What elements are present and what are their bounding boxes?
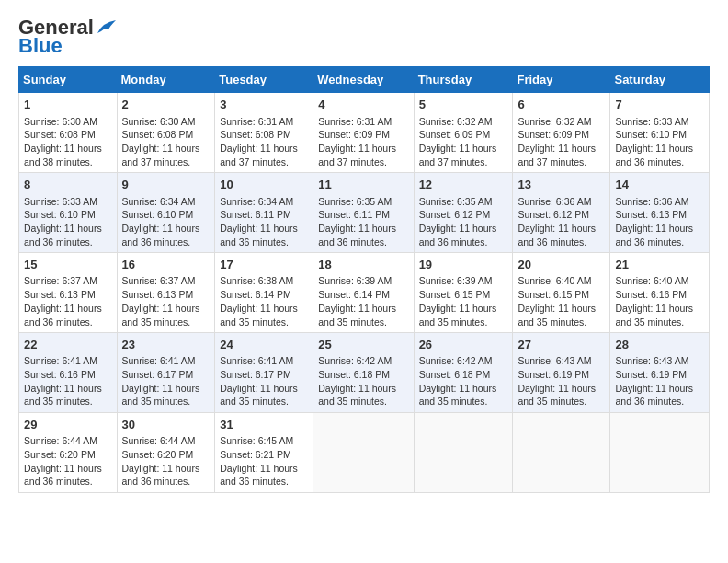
day-info-line: Sunset: 6:08 PM <box>220 128 308 142</box>
day-info-line: Daylight: 11 hours <box>24 142 112 155</box>
day-info-line: Sunset: 6:10 PM <box>615 128 704 142</box>
day-info-line: Sunrise: 6:34 AM <box>220 195 308 209</box>
day-info-line: and 36 minutes. <box>220 475 308 488</box>
day-info-line: and 36 minutes. <box>122 475 210 488</box>
logo: General Blue <box>18 17 116 57</box>
day-info-line: Daylight: 11 hours <box>122 142 210 155</box>
calendar-cell: 8Sunrise: 6:33 AMSunset: 6:10 PMDaylight… <box>19 173 118 253</box>
day-info-line: Sunset: 6:16 PM <box>24 368 112 382</box>
day-info-line: Daylight: 11 hours <box>419 382 508 396</box>
day-number: 6 <box>518 97 605 113</box>
day-info-line: Sunset: 6:19 PM <box>615 368 704 382</box>
col-header-monday: Monday <box>117 67 215 93</box>
calendar-week-row: 8Sunrise: 6:33 AMSunset: 6:10 PMDaylight… <box>19 173 710 253</box>
day-number: 25 <box>318 337 408 353</box>
day-number: 20 <box>518 257 605 273</box>
day-number: 15 <box>24 257 112 273</box>
day-number: 31 <box>220 417 308 433</box>
day-info-line: Sunset: 6:12 PM <box>419 208 508 222</box>
col-header-tuesday: Tuesday <box>215 67 313 93</box>
day-number: 16 <box>122 257 210 273</box>
day-info-line: Daylight: 11 hours <box>122 222 210 236</box>
day-number: 7 <box>615 97 704 113</box>
calendar-cell <box>610 413 710 493</box>
day-info-line: and 35 minutes. <box>122 395 210 408</box>
day-info-line: Sunset: 6:18 PM <box>419 368 508 382</box>
day-info-line: Daylight: 11 hours <box>220 462 308 476</box>
day-info-line: Daylight: 11 hours <box>318 382 408 396</box>
day-info-line: Daylight: 11 hours <box>419 222 508 236</box>
calendar-cell: 21Sunrise: 6:40 AMSunset: 6:16 PMDayligh… <box>610 253 710 333</box>
day-number: 5 <box>419 97 508 113</box>
day-number: 28 <box>615 337 704 353</box>
day-info-line: Sunset: 6:11 PM <box>220 208 308 222</box>
day-info-line: Sunrise: 6:37 AM <box>24 274 112 288</box>
day-info-line: Sunrise: 6:31 AM <box>318 115 408 129</box>
day-info-line: and 35 minutes. <box>419 395 508 408</box>
day-info-line: and 35 minutes. <box>615 316 704 329</box>
calendar-cell: 27Sunrise: 6:43 AMSunset: 6:19 PMDayligh… <box>513 333 610 413</box>
day-number: 27 <box>518 337 605 353</box>
day-info-line: Daylight: 11 hours <box>318 302 408 316</box>
day-info-line: Sunset: 6:09 PM <box>518 128 605 142</box>
day-info-line: and 37 minutes. <box>518 155 605 169</box>
calendar-cell: 17Sunrise: 6:38 AMSunset: 6:14 PMDayligh… <box>215 253 313 333</box>
calendar-cell: 15Sunrise: 6:37 AMSunset: 6:13 PMDayligh… <box>19 253 118 333</box>
day-number: 23 <box>122 337 210 353</box>
day-info-line: Sunrise: 6:41 AM <box>122 354 210 368</box>
day-info-line: Sunset: 6:08 PM <box>122 128 210 142</box>
calendar-cell: 30Sunrise: 6:44 AMSunset: 6:20 PMDayligh… <box>117 413 215 493</box>
day-info-line: Daylight: 11 hours <box>518 222 605 236</box>
day-info-line: and 38 minutes. <box>24 155 112 169</box>
day-info-line: Daylight: 11 hours <box>220 302 308 316</box>
day-info-line: and 36 minutes. <box>518 236 605 249</box>
day-info-line: and 37 minutes. <box>122 155 210 169</box>
day-info-line: Sunrise: 6:44 AM <box>24 434 112 448</box>
day-info-line: Sunrise: 6:42 AM <box>318 354 408 368</box>
calendar-cell: 2Sunrise: 6:30 AMSunset: 6:08 PMDaylight… <box>117 93 215 173</box>
calendar-cell: 13Sunrise: 6:36 AMSunset: 6:12 PMDayligh… <box>513 173 610 253</box>
day-number: 14 <box>615 177 704 193</box>
day-info-line: Sunset: 6:20 PM <box>122 448 210 462</box>
day-info-line: Sunset: 6:10 PM <box>24 208 112 222</box>
day-info-line: Sunset: 6:11 PM <box>318 208 408 222</box>
day-number: 21 <box>615 257 704 273</box>
logo-blue: Blue <box>18 35 63 57</box>
calendar-cell: 16Sunrise: 6:37 AMSunset: 6:13 PMDayligh… <box>117 253 215 333</box>
day-info-line: Sunset: 6:09 PM <box>419 128 508 142</box>
day-number: 12 <box>419 177 508 193</box>
day-number: 26 <box>419 337 508 353</box>
day-number: 11 <box>318 177 408 193</box>
day-info-line: Sunrise: 6:32 AM <box>518 115 605 129</box>
day-info-line: Daylight: 11 hours <box>419 302 508 316</box>
calendar-cell: 18Sunrise: 6:39 AMSunset: 6:14 PMDayligh… <box>313 253 414 333</box>
day-info-line: Sunrise: 6:44 AM <box>122 434 210 448</box>
day-info-line: Sunrise: 6:34 AM <box>122 195 210 209</box>
calendar-cell: 26Sunrise: 6:42 AMSunset: 6:18 PMDayligh… <box>414 333 513 413</box>
calendar-cell: 7Sunrise: 6:33 AMSunset: 6:10 PMDaylight… <box>610 93 710 173</box>
col-header-wednesday: Wednesday <box>313 67 414 93</box>
day-info-line: Sunrise: 6:39 AM <box>419 274 508 288</box>
day-info-line: Daylight: 11 hours <box>318 222 408 236</box>
day-info-line: Sunset: 6:13 PM <box>24 288 112 302</box>
day-info-line: and 35 minutes. <box>518 395 605 408</box>
day-info-line: and 36 minutes. <box>24 475 112 488</box>
day-info-line: Sunset: 6:14 PM <box>220 288 308 302</box>
col-header-sunday: Sunday <box>19 67 118 93</box>
day-info-line: Sunrise: 6:33 AM <box>615 115 704 129</box>
calendar-table: SundayMondayTuesdayWednesdayThursdayFrid… <box>18 66 710 493</box>
day-info-line: Daylight: 11 hours <box>318 142 408 155</box>
day-number: 30 <box>122 417 210 433</box>
day-number: 8 <box>24 177 112 193</box>
day-info-line: and 36 minutes. <box>419 236 508 249</box>
calendar-cell: 20Sunrise: 6:40 AMSunset: 6:15 PMDayligh… <box>513 253 610 333</box>
day-info-line: Daylight: 11 hours <box>24 382 112 396</box>
day-info-line: Sunrise: 6:43 AM <box>518 354 605 368</box>
calendar-cell: 1Sunrise: 6:30 AMSunset: 6:08 PMDaylight… <box>19 93 118 173</box>
day-number: 17 <box>220 257 308 273</box>
day-info-line: Daylight: 11 hours <box>24 462 112 476</box>
day-info-line: Sunrise: 6:31 AM <box>220 115 308 129</box>
day-info-line: Daylight: 11 hours <box>122 382 210 396</box>
day-number: 9 <box>122 177 210 193</box>
calendar-cell: 3Sunrise: 6:31 AMSunset: 6:08 PMDaylight… <box>215 93 313 173</box>
